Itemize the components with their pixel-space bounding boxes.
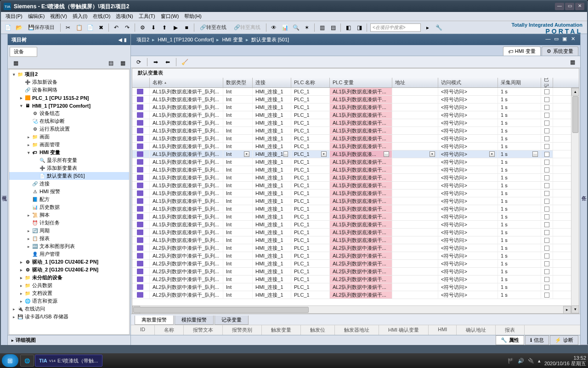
table-row[interactable]: AL1队列数据底漆烘干_队列...IntHMI_连接_1PLC_1AL1队列数据… <box>132 174 571 182</box>
tree-node[interactable]: 📘配方 <box>9 196 129 203</box>
tree-node[interactable]: ⚠HMI 报警 <box>9 188 129 196</box>
tree-node[interactable]: ▸🔤文本和图形列表 <box>9 242 129 250</box>
bottom-tab[interactable]: 离散量报警 <box>135 316 174 325</box>
maximize-button[interactable]: ▭ <box>565 3 574 10</box>
menu-item[interactable]: 工具(T) <box>136 12 158 21</box>
bottom-col-header[interactable]: 触发器地址 <box>335 325 379 335</box>
table-row[interactable]: AL1队列数据底漆烘干_队列...IntHMI_连接_1PLC_1AL1队列数据… <box>132 143 571 150</box>
column-header[interactable] <box>132 78 150 87</box>
devices-tab[interactable]: 设备 <box>10 47 37 57</box>
inspector-tab[interactable]: 🔧属性 <box>496 335 524 345</box>
go-online-button[interactable]: 🔗 转至在线 <box>197 23 230 33</box>
scroll-up-icon[interactable]: ▴ <box>571 88 579 96</box>
table-row[interactable]: AL1队列数据底漆烘干_队列...IntHMI_连接_1PLC_1AL1队列数据… <box>132 127 571 135</box>
table-row[interactable]: AL2队列数据中漆烘干_队列...IntHMI_连接_1PLC_1AL2队列数据… <box>132 260 571 268</box>
export-icon[interactable]: ➡ <box>151 57 161 67</box>
bottom-col-header[interactable]: 报警类别 <box>223 325 262 335</box>
table-row[interactable]: AL2队列数据中漆烘干_队列...IntHMI_连接_1PLC_1AL2队列数据… <box>132 291 571 299</box>
scroll-right-icon[interactable]: ▸ <box>563 306 571 313</box>
tree-node[interactable]: ⚙运行系统设置 <box>9 125 129 133</box>
tree-pin-icon[interactable]: ▮ <box>124 37 127 42</box>
detail-view-header[interactable]: ▸详细视图 <box>8 335 130 345</box>
taskbar-clock[interactable]: 13:522020/10/16 星期五 <box>544 355 586 366</box>
bottom-col-header[interactable]: 触发变量 <box>262 325 301 335</box>
tree-node[interactable]: 📄默认变量表 [501] <box>9 172 129 180</box>
table-row[interactable]: AL1队列数据底漆烘干_队列...IntHMI_连接_1PLC_1AL1队列数据… <box>132 135 571 143</box>
table-row[interactable]: AL2队列数据中漆烘干_队列...IntHMI_连接_1PLC_1AL2队列数据… <box>132 276 571 283</box>
table-row[interactable]: AL1队列数据底漆烘干_队列...IntHMI_连接_1PLC_1AL1队列数据… <box>132 111 571 119</box>
bottom-col-header[interactable]: ID <box>131 325 155 335</box>
table-row[interactable]: AL2队列数据中漆烘干_队列...IntHMI_连接_1PLC_1AL2队列数据… <box>132 252 571 260</box>
tree-node[interactable]: 🔗设备和网络 <box>9 86 129 94</box>
bottom-col-header[interactable]: HMI 确认变量 <box>379 325 429 335</box>
menu-item[interactable]: 帮助(H) <box>181 12 204 21</box>
editor-close-icon[interactable]: ✕ <box>569 36 577 43</box>
editor-max-icon[interactable]: ▣ <box>561 36 568 43</box>
tree-node[interactable]: ⏰计划任务 <box>9 219 129 227</box>
column-header[interactable]: 访问模式 <box>438 78 498 87</box>
table-row[interactable]: AL1队列数据底漆烘干_队列...IntHMI_连接_1PLC_1AL1队列数据… <box>132 229 571 236</box>
tree-node[interactable]: ▸📁公共数据 <box>9 282 129 289</box>
toggle1-icon[interactable]: ◧ <box>343 23 353 33</box>
delete-icon[interactable]: ✖ <box>96 23 106 33</box>
cut-icon[interactable]: ✂ <box>63 23 73 33</box>
tree-node[interactable]: 👤用户管理 <box>9 250 129 258</box>
bottom-tab[interactable]: 模拟量报警 <box>175 316 214 325</box>
table-row[interactable]: AL1队列数据底漆烘干_队列...IntHMI_连接_1PLC_1AL1队列数据… <box>132 96 571 104</box>
minimize-button[interactable]: — <box>555 3 564 10</box>
search-opt-icon[interactable]: 🔧 <box>434 23 444 33</box>
table-row[interactable]: AL1队列数据底漆烘干_队列...IntHMI_连接_1PLC_1AL1队列数据… <box>132 197 571 205</box>
paste-icon[interactable]: 📄 <box>85 23 95 33</box>
tree-node[interactable]: 🔗连接 <box>9 180 129 188</box>
breadcrumb-seg[interactable]: 项目2 <box>135 37 151 42</box>
tree-node[interactable]: 🔍显示所有变量 <box>9 156 129 164</box>
left-sidebar-strip[interactable]: 可视化 <box>1 34 8 345</box>
tree-node[interactable]: ▸📁未分组的设备 <box>9 274 129 282</box>
taskbar-explorer[interactable]: 🌐 <box>20 355 34 367</box>
inspector-tab[interactable]: ℹ信息 <box>525 335 549 345</box>
table-row[interactable]: AL1队列数据底漆烘干_队列...IntHMI_连接_1PLC_1AL1队列数据… <box>132 119 571 127</box>
menu-item[interactable]: 项目(P) <box>3 12 25 21</box>
inspector-tab[interactable]: ⚡诊断 <box>550 335 578 345</box>
new-project-icon[interactable]: 📄 <box>3 23 13 33</box>
table-body[interactable]: AL1队列数据底漆烘干_队列...IntHMI_连接_1PLC_1AL1队列数据… <box>132 88 571 305</box>
bottom-col-header[interactable]: 确认地址 <box>457 325 496 335</box>
editor-float-icon[interactable]: ▭ <box>553 36 560 43</box>
column-header[interactable]: PLC 变量 <box>330 78 392 87</box>
tree-node[interactable]: ▸🟧PLC_1 [CPU 1515-2 PN] <box>9 94 129 102</box>
tree-node[interactable]: 📊历史数据 <box>9 203 129 211</box>
split2-icon[interactable]: ▤ <box>328 23 338 33</box>
toggle2-icon[interactable]: ◨ <box>354 23 364 33</box>
editor-min-icon[interactable]: — <box>544 36 552 43</box>
tree-node[interactable]: ▸💾读卡器/USB 存储器 <box>9 313 129 321</box>
column-header[interactable]: PLC 名称 <box>291 78 330 87</box>
table-row[interactable]: AL1队列数据底漆烘干_队列...IntHMI_连接_1PLC_1AL1队列数据… <box>132 213 571 221</box>
table-row[interactable]: AL2队列数据中漆烘干_队列...IntHMI_连接_1PLC_1AL2队列数据… <box>132 244 571 252</box>
start-button[interactable]: ⊞ <box>2 354 18 367</box>
column-header[interactable]: 地址 <box>392 78 438 87</box>
tree-view2-icon[interactable]: ▦ <box>118 58 128 68</box>
menu-item[interactable]: 插入(I) <box>70 12 90 21</box>
bottom-col-header[interactable]: 报警文本 <box>184 325 223 335</box>
h-scrollbar[interactable]: ◂ ▸ <box>132 305 571 313</box>
undo-icon[interactable]: ↶ <box>111 23 121 33</box>
column-header[interactable]: 名称▴ <box>150 78 223 87</box>
menu-item[interactable]: 视图(V) <box>47 12 70 21</box>
tool3-icon[interactable]: 🔍 <box>291 23 301 33</box>
cross-ref-icon[interactable]: ✶ <box>302 23 312 33</box>
copy-icon[interactable]: 📋 <box>74 23 84 33</box>
column-header[interactable]: 已记... <box>541 78 553 87</box>
table-row[interactable]: AL1队列数据底漆烘干_队列...IntHMI_连接_1PLC_1AL1队列数据… <box>132 236 571 244</box>
redo-icon[interactable]: ↷ <box>122 23 132 33</box>
download-icon[interactable]: ⬇ <box>148 23 158 33</box>
tree-view1-icon[interactable]: ▤ <box>106 58 116 68</box>
tree-node[interactable]: 🩺在线和诊断 <box>9 117 129 125</box>
bottom-col-header[interactable]: 触发位 <box>301 325 335 335</box>
tree-node[interactable]: ▾📁项目2 <box>9 70 129 78</box>
open-project-icon[interactable]: 📂 <box>14 23 24 33</box>
table-row[interactable]: AL1队列数据底漆烘干_队列...Int▾HMI_连接_1…PLC_1▾AL1队… <box>132 150 571 158</box>
breadcrumb-seg[interactable]: HMI 变量 <box>220 37 244 42</box>
search-go-icon[interactable]: ▸ <box>423 23 433 33</box>
sim-icon[interactable]: ▶ <box>170 23 181 33</box>
col-settings-icon[interactable]: ▦ <box>567 57 577 67</box>
